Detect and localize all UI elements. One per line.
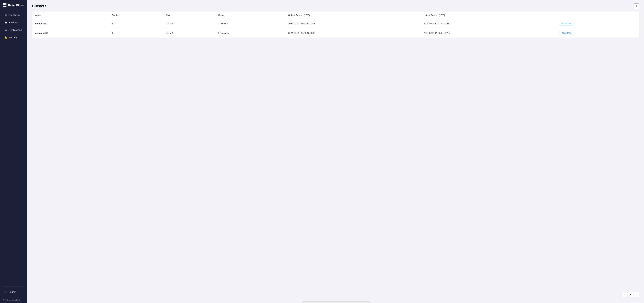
pagination-prev-button[interactable]: ‹ [622, 292, 627, 297]
logout-button[interactable]: ⊙ Logout [1, 289, 26, 296]
logout-icon: ⊙ [4, 291, 7, 294]
col-header-actions [556, 11, 639, 19]
col-header-entries: Entries [109, 11, 163, 19]
pagination-page-1-button[interactable]: 1 [628, 292, 633, 297]
col-header-size: Size [163, 11, 216, 19]
cell-history-1: 27 seconds [216, 28, 286, 38]
sidebar-item-replications[interactable]: ⇄ Replications [1, 26, 26, 33]
provisioned-badge: Provisioned [559, 31, 574, 35]
replications-icon: ⇄ [4, 28, 7, 31]
buckets-table: Name Entries Size History Oldest Record … [32, 11, 639, 37]
cell-name-0: my-bucket-1 [32, 19, 109, 28]
sidebar-item-buckets[interactable]: ⊟ Buckets [1, 19, 26, 26]
cell-badge-0: Provisioned [556, 19, 639, 28]
cell-size-0: 7.4 MB [163, 19, 216, 28]
scrollbar-track [302, 301, 370, 302]
sidebar-item-security-label: Security [9, 36, 18, 39]
cell-oldest-0: 2024-09-21T14:33:53.925Z [286, 19, 421, 28]
sidebar: ReductStore ⊞ Dashboard ⊟ Buckets ⇄ Repl… [0, 0, 27, 303]
content-area: Name Entries Size History Oldest Record … [27, 11, 644, 289]
sidebar-item-security[interactable]: 🔒 Security [1, 34, 26, 41]
version-label: Web Console: v1.7.0 [0, 297, 27, 303]
buckets-icon: ⊟ [4, 21, 7, 24]
cell-entries-1: 1 [109, 28, 163, 38]
pagination: ‹ 1 › [27, 289, 644, 300]
add-bucket-button[interactable]: + [634, 3, 639, 9]
cell-latest-0: 2024-09-21T14:36:41.226Z [421, 19, 556, 28]
col-header-latest-record: Latest Record (UTC) [421, 11, 556, 19]
main-header: Buckets + [27, 0, 644, 11]
sidebar-item-replications-label: Replications [9, 29, 22, 31]
logout-label: Logout [9, 291, 16, 293]
table-row[interactable]: my-bucket-1 1 7.4 MB 3 minutes 2024-09-2… [32, 19, 639, 28]
security-icon: 🔒 [4, 36, 7, 39]
cell-latest-1: 2024-09-21T14:36:41.226Z [421, 28, 556, 38]
sidebar-item-dashboard-label: Dashboard [9, 14, 20, 16]
cell-name-1: my-bucket-2 [32, 28, 109, 38]
cell-history-0: 3 minutes [216, 19, 286, 28]
sidebar-divider [3, 287, 24, 287]
page-title: Buckets [32, 4, 46, 8]
col-header-oldest-record: Oldest Record (UTC) [286, 11, 421, 19]
table-row[interactable]: my-bucket-2 1 5.5 MB 27 seconds 2024-09-… [32, 28, 639, 38]
cell-badge-1: Provisioned [556, 28, 639, 38]
dashboard-icon: ⊞ [4, 13, 7, 17]
col-header-name: Name [32, 11, 109, 19]
cell-entries-0: 1 [109, 19, 163, 28]
logo: ReductStore [0, 0, 27, 10]
cell-size-1: 5.5 MB [163, 28, 216, 38]
table-header-row: Name Entries Size History Oldest Record … [32, 11, 639, 19]
provisioned-badge: Provisioned [559, 22, 574, 25]
main-content: Buckets + Name Entries Size History Olde… [27, 0, 644, 303]
sidebar-nav: ⊞ Dashboard ⊟ Buckets ⇄ Replications 🔒 S… [0, 10, 27, 285]
pagination-next-button[interactable]: › [634, 292, 639, 297]
sidebar-item-buckets-label: Buckets [9, 21, 18, 24]
cell-oldest-1: 2024-09-21T14:36:13.920Z [286, 28, 421, 38]
sidebar-item-dashboard[interactable]: ⊞ Dashboard [1, 11, 26, 19]
logo-icon [3, 3, 6, 7]
logo-text: ReductStore [8, 3, 24, 6]
scrollbar-area [27, 300, 644, 303]
buckets-table-container: Name Entries Size History Oldest Record … [32, 11, 639, 37]
col-header-history: History [216, 11, 286, 19]
